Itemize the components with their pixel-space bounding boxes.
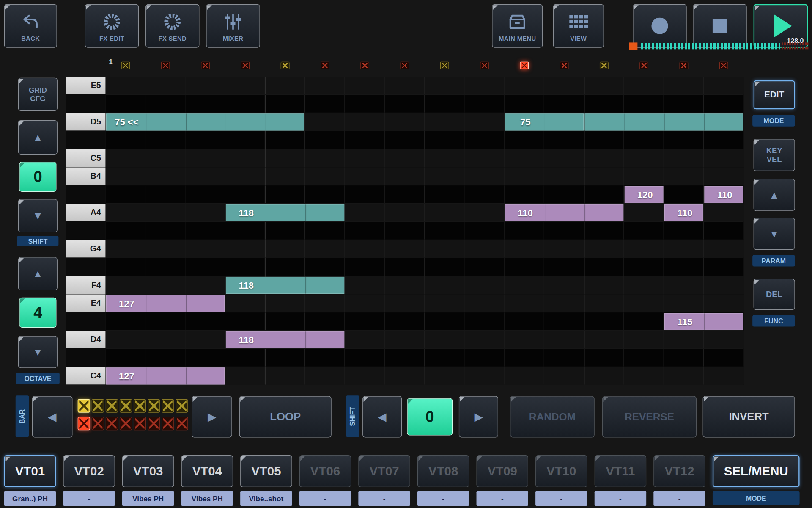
key-g4[interactable]: G4	[66, 240, 106, 258]
fx-edit-button[interactable]: FX EDIT	[85, 4, 139, 48]
bar-select-red-3[interactable]	[106, 417, 118, 430]
bar-select-red-4[interactable]	[120, 417, 132, 430]
key-fs4[interactable]	[66, 258, 106, 276]
bar-select-red-1[interactable]	[78, 417, 90, 430]
track-button-vt03[interactable]: VT03	[122, 455, 174, 487]
key-cs5[interactable]	[66, 131, 106, 149]
key-f4[interactable]: F4	[66, 276, 106, 295]
key-d5[interactable]: D5	[66, 113, 106, 131]
shift-right-button[interactable]: ▶	[459, 396, 498, 438]
note-as4-step16[interactable]: 110	[704, 186, 743, 203]
record-button[interactable]	[633, 4, 686, 48]
note-d5-step1[interactable]: 75 <<	[106, 113, 304, 130]
note-d4-step4[interactable]: 118	[226, 331, 344, 348]
key-d4[interactable]: D4	[66, 331, 106, 349]
note-a4-step4[interactable]: 118	[226, 204, 344, 221]
step-marker-7[interactable]	[360, 62, 369, 69]
back-button[interactable]: BACK	[4, 4, 57, 48]
fx-send-button[interactable]: FX SEND	[145, 4, 199, 48]
step-marker-10[interactable]	[480, 62, 489, 69]
step-marker-4[interactable]	[241, 62, 250, 69]
delete-button[interactable]: DEL	[754, 279, 795, 310]
step-marker-2[interactable]	[161, 62, 170, 69]
note-as4-step14[interactable]: 120	[625, 186, 664, 203]
key-ds4[interactable]	[66, 312, 106, 331]
step-marker-1[interactable]	[121, 62, 130, 69]
track-button-vt08[interactable]: VT08	[417, 455, 469, 487]
step-marker-12[interactable]	[560, 62, 569, 69]
note-e4-step1[interactable]: 127	[106, 295, 225, 312]
key-a4[interactable]: A4	[66, 204, 106, 222]
loop-button[interactable]: LOOP	[239, 396, 332, 438]
shift-down-button[interactable]: ▼	[18, 199, 58, 232]
stop-button[interactable]	[693, 4, 746, 48]
key-as4[interactable]	[66, 185, 106, 204]
note-c4-step1[interactable]: 127	[106, 367, 225, 384]
bar-select-olive-2[interactable]	[92, 399, 104, 413]
note-f4-step4[interactable]: 118	[226, 277, 344, 294]
key-e4[interactable]: E4	[66, 295, 106, 313]
step-marker-6[interactable]	[321, 62, 329, 69]
note-d5-step13[interactable]	[584, 113, 743, 130]
bar-select-olive-8[interactable]	[176, 399, 188, 413]
key-b4[interactable]: B4	[66, 168, 106, 186]
track-button-vt10[interactable]: VT10	[535, 455, 587, 487]
step-marker-15[interactable]	[680, 62, 689, 69]
main-menu-button[interactable]: MAIN MENU	[492, 4, 543, 48]
step-marker-11-active[interactable]	[520, 62, 529, 69]
shift-left-button[interactable]: ◀	[362, 396, 402, 438]
note-a4-step15[interactable]: 110	[664, 204, 703, 221]
view-button[interactable]: VIEW	[553, 4, 604, 48]
bar-select-red-6[interactable]	[148, 417, 160, 430]
step-marker-14[interactable]	[639, 62, 648, 69]
step-marker-3[interactable]	[201, 62, 210, 69]
key-ds5[interactable]	[66, 95, 106, 113]
bar-select-red-2[interactable]	[92, 417, 104, 430]
bar-select-red-5[interactable]	[134, 417, 146, 430]
bar-prev-button[interactable]: ◀	[32, 396, 73, 438]
key-c4[interactable]: C4	[66, 367, 106, 385]
key-e5[interactable]: E5	[66, 77, 106, 95]
octave-down-button[interactable]: ▼	[18, 336, 58, 368]
random-button[interactable]: RANDOM	[510, 396, 595, 438]
track-button-vt04[interactable]: VT04	[181, 455, 233, 487]
track-button-vt09[interactable]: VT09	[477, 455, 528, 487]
track-button-vt02[interactable]: VT02	[63, 455, 115, 487]
key-vel-button[interactable]: KEY VEL	[754, 139, 795, 171]
track-button-vt06[interactable]: VT06	[299, 455, 351, 487]
octave-up-button[interactable]: ▲	[18, 257, 58, 290]
play-button[interactable]: 128.0	[754, 4, 808, 48]
track-button-vt05[interactable]: VT05	[240, 455, 292, 487]
shift-up-button[interactable]: ▲	[18, 120, 58, 155]
sel-menu-button[interactable]: SEL/MENU	[713, 455, 800, 487]
bar-select-red-8[interactable]	[176, 417, 188, 430]
note-a4-step11[interactable]: 110	[505, 204, 623, 221]
step-marker-13[interactable]	[600, 62, 609, 69]
note-ds4-step15[interactable]: 115	[664, 313, 743, 330]
step-marker-9[interactable]	[440, 62, 449, 69]
bar-select-olive-6[interactable]	[148, 399, 160, 413]
track-button-vt11[interactable]: VT11	[595, 455, 646, 487]
track-button-vt12[interactable]: VT12	[653, 455, 705, 487]
mixer-button[interactable]: MIXER	[206, 4, 260, 48]
key-c5[interactable]: C5	[66, 149, 106, 168]
bar-select-olive-3[interactable]	[106, 399, 118, 413]
invert-button[interactable]: INVERT	[703, 396, 795, 438]
bar-select-red-7[interactable]	[162, 417, 174, 430]
param-down-button[interactable]: ▼	[754, 218, 795, 250]
param-up-button[interactable]: ▲	[754, 179, 795, 211]
bar-next-button[interactable]: ▶	[192, 396, 232, 438]
key-cs4[interactable]	[66, 349, 106, 367]
step-marker-5[interactable]	[281, 62, 290, 69]
step-marker-16[interactable]	[719, 62, 728, 69]
edit-mode-button[interactable]: EDIT	[754, 80, 795, 110]
key-gs4[interactable]	[66, 222, 106, 240]
bar-select-olive-5[interactable]	[134, 399, 146, 413]
note-d5-step11[interactable]: 75	[505, 113, 584, 130]
reverse-button[interactable]: REVERSE	[602, 396, 697, 438]
track-button-vt07[interactable]: VT07	[358, 455, 410, 487]
track-button-vt01[interactable]: VT01	[4, 455, 56, 487]
bar-select-olive-7[interactable]	[162, 399, 174, 413]
bar-select-olive-1[interactable]	[78, 399, 90, 413]
bar-select-olive-4[interactable]	[120, 399, 132, 413]
